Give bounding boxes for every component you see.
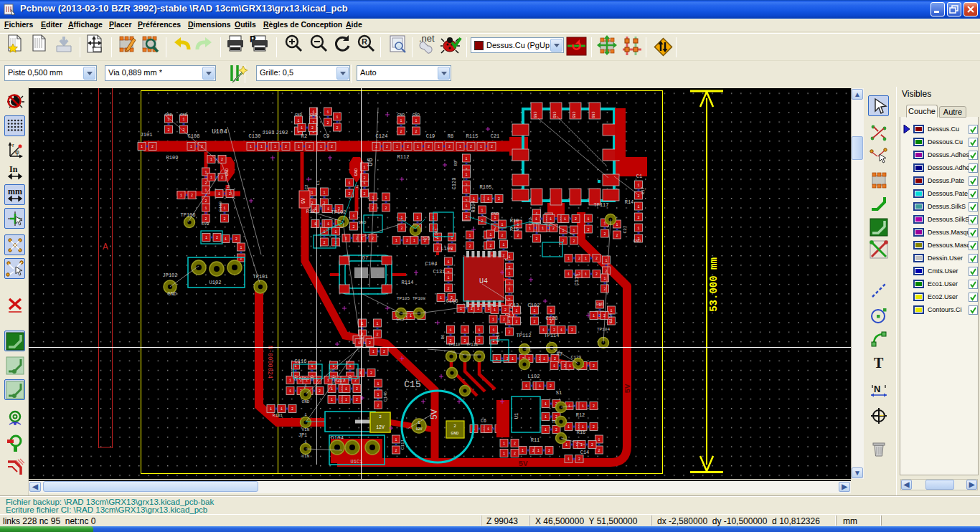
svg-text:1: 1 — [304, 384, 307, 389]
svg-text:2: 2 — [533, 320, 535, 324]
svg-text:2: 2 — [400, 227, 402, 231]
svg-text:C2: C2 — [304, 184, 309, 190]
svg-text:2: 2 — [514, 452, 516, 456]
svg-text:1: 1 — [489, 233, 491, 237]
svg-text:1: 1 — [190, 145, 192, 149]
svg-text:2: 2 — [326, 121, 329, 125]
svg-text:2: 2 — [470, 145, 472, 149]
svg-text:2: 2 — [370, 371, 372, 376]
svg-text:1: 1 — [481, 209, 483, 213]
svg-text:2: 2 — [229, 192, 231, 196]
svg-text:2: 2 — [573, 239, 575, 244]
svg-text:GND: GND — [553, 111, 557, 118]
svg-text:T: T — [874, 355, 884, 371]
svg-text:1: 1 — [567, 272, 570, 277]
svg-text:1: 1 — [569, 364, 571, 369]
svg-text:1: 1 — [503, 442, 505, 446]
svg-text:1: 1 — [210, 158, 212, 162]
svg-text:1: 1 — [637, 227, 639, 231]
svg-text:R2: R2 — [301, 133, 307, 139]
svg-text:C104: C104 — [425, 261, 438, 267]
svg-text:GND: GND — [413, 113, 420, 118]
svg-text:2: 2 — [191, 194, 193, 198]
svg-text:C13: C13 — [510, 303, 519, 308]
svg-text:2: 2 — [377, 404, 379, 408]
svg-text:N: N — [874, 384, 880, 394]
svg-text:2: 2 — [395, 449, 397, 453]
svg-text:U4: U4 — [479, 277, 488, 285]
svg-text:P: P — [250, 34, 256, 44]
svg-text:R112: R112 — [397, 154, 410, 160]
svg-text:1: 1 — [503, 452, 505, 456]
svg-text:JP1: JP1 — [298, 432, 308, 438]
svg-text:TP106: TP106 — [180, 212, 195, 218]
svg-text:1: 1 — [468, 234, 471, 238]
svg-text:1: 1 — [508, 255, 510, 260]
svg-text:2: 2 — [447, 287, 449, 291]
svg-text:1: 1 — [567, 425, 570, 429]
svg-text:1: 1 — [438, 145, 440, 149]
svg-text:1: 1 — [637, 184, 639, 188]
svg-text:1: 1 — [331, 398, 333, 402]
svg-text:TP110: TP110 — [448, 342, 461, 347]
svg-text:1: 1 — [605, 259, 607, 263]
svg-text:TP105: TP105 — [397, 296, 410, 301]
svg-text:2: 2 — [386, 145, 388, 149]
svg-text:1: 1 — [417, 145, 419, 149]
svg-text:2: 2 — [204, 217, 207, 222]
svg-text:1: 1 — [334, 230, 336, 234]
svg-text:1: 1 — [565, 443, 567, 447]
svg-text:1: 1 — [180, 194, 182, 198]
svg-text:C110: C110 — [218, 201, 223, 212]
svg-text:1: 1 — [585, 257, 587, 261]
svg-text:2: 2 — [223, 217, 225, 222]
svg-text:1: 1 — [593, 314, 595, 318]
svg-text:1: 1 — [289, 389, 291, 394]
svg-text:C22: C22 — [528, 217, 533, 225]
svg-text:1: 1 — [345, 398, 347, 402]
svg-text:1: 1 — [480, 145, 482, 149]
svg-text:1: 1 — [314, 222, 316, 227]
svg-text:1: 1 — [512, 357, 514, 361]
svg-text:J103: J103 — [263, 130, 275, 136]
svg-text:1: 1 — [515, 309, 517, 313]
svg-text:2: 2 — [514, 442, 516, 446]
svg-text:C131: C131 — [433, 269, 446, 275]
svg-text:2: 2 — [379, 414, 382, 419]
svg-text:1: 1 — [603, 277, 606, 281]
svg-text:1: 1 — [336, 115, 338, 120]
svg-text:1: 1 — [289, 379, 291, 383]
svg-text:1: 1 — [610, 309, 612, 313]
svg-text:2: 2 — [400, 130, 402, 134]
svg-text:C21: C21 — [491, 133, 500, 139]
svg-text:In: In — [9, 164, 18, 174]
svg-text:1: 1 — [260, 145, 263, 149]
svg-text:2: 2 — [598, 449, 600, 453]
svg-text:1: 1 — [304, 440, 307, 445]
svg-text:C19: C19 — [426, 133, 435, 139]
svg-text:GND: GND — [573, 111, 577, 118]
svg-text:2: 2 — [535, 237, 537, 242]
svg-text:1: 1 — [567, 457, 570, 462]
svg-text:GND: GND — [302, 399, 310, 404]
svg-text:1: 1 — [210, 176, 212, 180]
svg-text:2: 2 — [369, 341, 371, 346]
svg-text:2: 2 — [308, 145, 311, 149]
svg-text:1: 1 — [396, 145, 398, 149]
svg-text:R104: R104 — [471, 201, 476, 213]
svg-text:C146: C146 — [383, 391, 388, 402]
svg-text:2: 2 — [488, 307, 490, 311]
svg-text:R17: R17 — [641, 186, 646, 194]
svg-text:R114: R114 — [402, 280, 414, 285]
svg-text:1: 1 — [363, 166, 365, 170]
svg-text:2: 2 — [363, 176, 365, 181]
svg-text:A: A — [103, 242, 108, 252]
svg-text:1: 1 — [327, 207, 329, 212]
svg-text:1: 1 — [465, 157, 467, 161]
svg-text:C130: C130 — [249, 133, 261, 139]
svg-text:TP117: TP117 — [593, 202, 608, 208]
svg-text:2: 2 — [453, 424, 456, 429]
svg-text:2: 2 — [221, 176, 223, 180]
svg-text:R115: R115 — [466, 133, 479, 139]
svg-text:2: 2 — [578, 457, 580, 462]
